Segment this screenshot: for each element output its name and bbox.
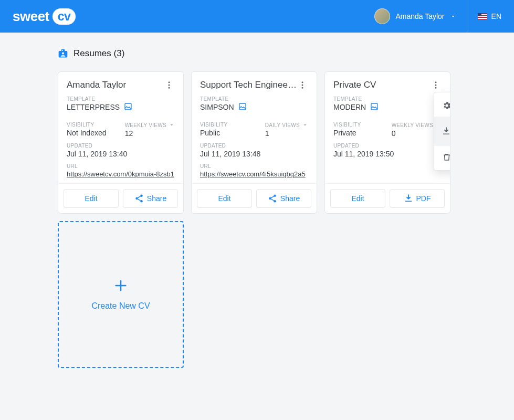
main-content: Resumes (3) Amanda Taylor TEMPLATE LETTE… xyxy=(0,33,514,384)
brand-suffix: cv xyxy=(53,8,76,25)
svg-point-16 xyxy=(435,87,437,89)
trash-icon xyxy=(442,152,450,162)
user-name: Amanda Taylor xyxy=(395,12,444,20)
template-label: TEMPLATE xyxy=(333,96,442,102)
create-label: Create New CV xyxy=(91,301,150,311)
updated-value: Jul 11, 2019 13:40 xyxy=(67,150,175,158)
svg-point-0 xyxy=(169,81,170,83)
svg-point-9 xyxy=(302,87,303,89)
svg-point-15 xyxy=(435,85,437,86)
brand-name: sweet xyxy=(13,8,49,25)
more-button[interactable] xyxy=(297,79,308,91)
resumes-icon xyxy=(58,48,68,59)
language-switcher[interactable]: EN xyxy=(467,12,501,20)
more-button[interactable] xyxy=(163,79,175,91)
updated-value: Jul 11, 2019 13:48 xyxy=(200,150,308,158)
avatar xyxy=(374,8,390,24)
more-button[interactable] xyxy=(430,79,442,91)
url-label: URL xyxy=(200,163,308,169)
template-value: MODERN xyxy=(333,103,366,111)
user-menu[interactable]: Amanda Taylor xyxy=(364,0,467,33)
visibility-value: Private xyxy=(333,129,361,137)
image-icon[interactable] xyxy=(238,102,247,111)
svg-rect-3 xyxy=(125,103,131,110)
updated-value: Jul 11, 2019 13:50 xyxy=(333,150,442,158)
views-label: DAILY VIEWS xyxy=(265,122,300,128)
app-header: sweet cv Amanda Taylor EN xyxy=(0,0,514,33)
views-dropdown[interactable]: WEEKLY VIEWS xyxy=(125,122,175,128)
svg-point-11 xyxy=(274,195,276,197)
chevron-down-icon xyxy=(450,13,456,19)
svg-point-8 xyxy=(302,85,303,86)
dropdown-icon xyxy=(302,122,308,128)
resume-card: Support Tech Enginee… TEMPLATE SIMPSON V… xyxy=(191,71,317,214)
share-button[interactable]: Share xyxy=(256,189,311,208)
visibility-label: VISIBILITY xyxy=(333,122,361,128)
resume-url[interactable]: https://sweetcv.com/0kpmuia-8zsb1 xyxy=(67,170,175,178)
svg-point-12 xyxy=(269,197,271,200)
gear-icon xyxy=(442,101,450,110)
svg-rect-10 xyxy=(239,103,246,110)
visibility-value: Not Indexed xyxy=(67,129,107,137)
updated-label: UPDATED xyxy=(333,143,442,149)
edit-button[interactable]: Edit xyxy=(64,189,119,208)
card-menu-popover: Settings Download PDF Delete xyxy=(434,92,450,171)
resume-title: Amanda Taylor xyxy=(67,80,126,90)
updated-label: UPDATED xyxy=(67,143,175,149)
svg-point-14 xyxy=(435,81,437,83)
menu-settings[interactable]: Settings xyxy=(434,94,450,117)
svg-point-5 xyxy=(135,197,138,200)
menu-download-pdf[interactable]: Download PDF xyxy=(434,117,450,146)
template-value: SIMPSON xyxy=(200,103,234,111)
views-dropdown[interactable]: DAILY VIEWS xyxy=(265,122,308,128)
views-value: 1 xyxy=(265,129,308,138)
share-button[interactable]: Share xyxy=(123,189,178,208)
svg-point-2 xyxy=(169,87,170,89)
svg-point-6 xyxy=(140,200,143,203)
resume-title: Support Tech Enginee… xyxy=(200,80,297,90)
template-label: TEMPLATE xyxy=(200,96,308,102)
resume-url[interactable]: https://sweetcv.com/4i5ksuiqbq2a5 xyxy=(200,170,308,178)
image-icon[interactable] xyxy=(124,102,132,111)
secondary-button-icon xyxy=(134,194,144,203)
edit-button[interactable]: Edit xyxy=(330,189,385,208)
brand-logo[interactable]: sweet cv xyxy=(13,8,76,25)
menu-delete[interactable]: Delete xyxy=(434,146,450,168)
svg-point-13 xyxy=(274,200,276,203)
pdf-button[interactable]: PDF xyxy=(390,189,445,208)
url-label: URL xyxy=(67,163,175,169)
svg-rect-17 xyxy=(371,103,377,110)
visibility-label: VISIBILITY xyxy=(67,122,107,128)
svg-point-7 xyxy=(302,81,303,83)
plus-icon xyxy=(113,278,128,293)
flag-icon xyxy=(478,13,487,19)
download-icon xyxy=(442,127,450,136)
secondary-button-icon xyxy=(268,194,277,203)
template-label: TEMPLATE xyxy=(67,96,175,102)
page-title: Resumes (3) xyxy=(58,48,456,59)
page-title-text: Resumes (3) xyxy=(74,48,124,59)
visibility-value: Public xyxy=(200,129,227,137)
svg-point-1 xyxy=(169,85,170,86)
create-new-cv[interactable]: Create New CV xyxy=(58,221,184,368)
visibility-label: VISIBILITY xyxy=(200,122,227,128)
image-icon[interactable] xyxy=(370,102,379,111)
secondary-button-icon xyxy=(404,194,413,203)
views-label: WEEKLY VIEWS xyxy=(392,122,433,128)
views-value: 12 xyxy=(125,129,175,138)
dropdown-icon xyxy=(169,122,175,128)
views-label: WEEKLY VIEWS xyxy=(125,122,166,128)
resume-title: Private CV xyxy=(333,80,376,90)
svg-point-4 xyxy=(140,195,143,197)
resume-card: Private CV TEMPLATE MODERN VISIBILITY Pr… xyxy=(324,71,450,214)
language-code: EN xyxy=(491,12,501,20)
template-value: LETTERPRESS xyxy=(67,103,120,111)
edit-button[interactable]: Edit xyxy=(197,189,252,208)
updated-label: UPDATED xyxy=(200,143,308,149)
resume-card: Amanda Taylor TEMPLATE LETTERPRESS VISIB… xyxy=(58,71,184,214)
resume-grid: Amanda Taylor TEMPLATE LETTERPRESS VISIB… xyxy=(58,71,456,368)
